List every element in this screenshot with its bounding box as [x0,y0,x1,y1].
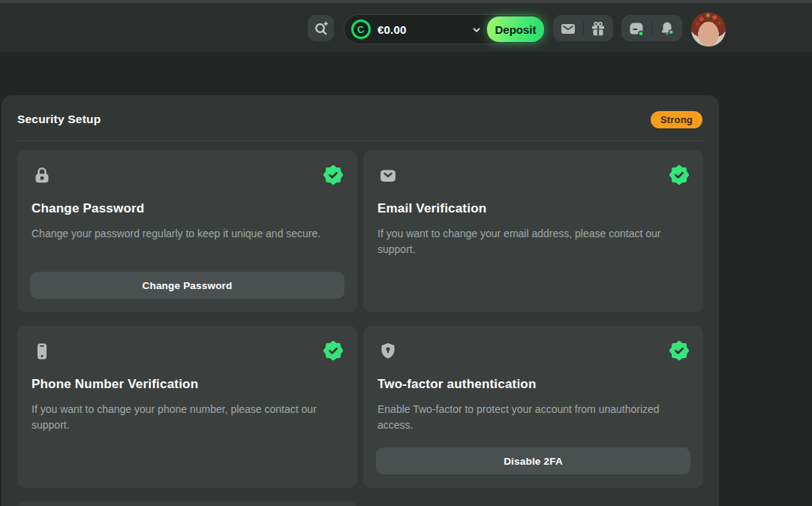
search-icon [313,20,329,37]
coin-icon: C [351,20,371,39]
mail-gift-group [553,15,613,41]
empty-grid-cell [363,501,703,506]
verified-badge-icon [323,341,343,360]
chevron-down-icon [471,25,482,35]
verified-badge-icon [669,165,689,185]
user-avatar[interactable] [691,12,726,47]
card-title: Change Password [32,201,343,216]
deposit-button[interactable]: Deposit [487,17,544,42]
lock-icon [32,165,53,186]
shield-icon [377,341,398,362]
password-strength-badge: Strong [651,111,702,128]
navbar: C €0.00 Deposit [0,3,812,52]
card-title: Email Verification [377,201,689,216]
card-description: If you want to change your email address… [377,226,689,258]
security-cards-grid: Change Password Change your password reg… [17,150,703,506]
chat-icon [627,20,645,38]
card-description: Change your password regularly to keep i… [32,226,343,242]
gift-icon [589,20,607,38]
wallet-balance: €0.00 [377,23,407,36]
card-phone-verification: Phone Number Verification If you want to… [17,326,357,488]
disable-2fa-button[interactable]: Disable 2FA [376,447,690,474]
change-password-button[interactable]: Change Password [30,272,344,299]
bell-icon [658,20,676,38]
card-title: Phone Number Verification [32,377,343,392]
security-setup-panel: Security Setup Strong [2,95,719,506]
search-button[interactable] [308,15,334,41]
card-title: Two-factor authentication [377,377,689,392]
divider [583,22,584,35]
wallet-selector[interactable]: C €0.00 Deposit [344,14,546,44]
chat-button[interactable] [624,20,648,38]
verified-badge-icon [669,341,689,360]
card-partial [17,501,357,506]
envelope-icon [377,165,398,186]
card-two-factor: Two-factor authentication Enable Two-fac… [363,326,703,488]
gift-button[interactable] [586,20,610,38]
mail-button[interactable] [556,20,580,38]
verified-badge-icon [323,165,343,185]
card-email-verification: Email Verification If you want to change… [363,150,703,312]
divider [651,22,652,35]
card-description: If you want to change your phone number,… [32,402,343,433]
phone-icon [32,341,53,362]
mail-icon [559,20,577,38]
page-title: Security Setup [17,113,101,125]
notifications-button[interactable] [655,20,679,38]
card-change-password: Change Password Change your password reg… [17,150,357,312]
chat-notifications-group [621,15,682,41]
card-description: Enable Two-factor to protect your accoun… [377,402,689,433]
divider [17,140,703,141]
